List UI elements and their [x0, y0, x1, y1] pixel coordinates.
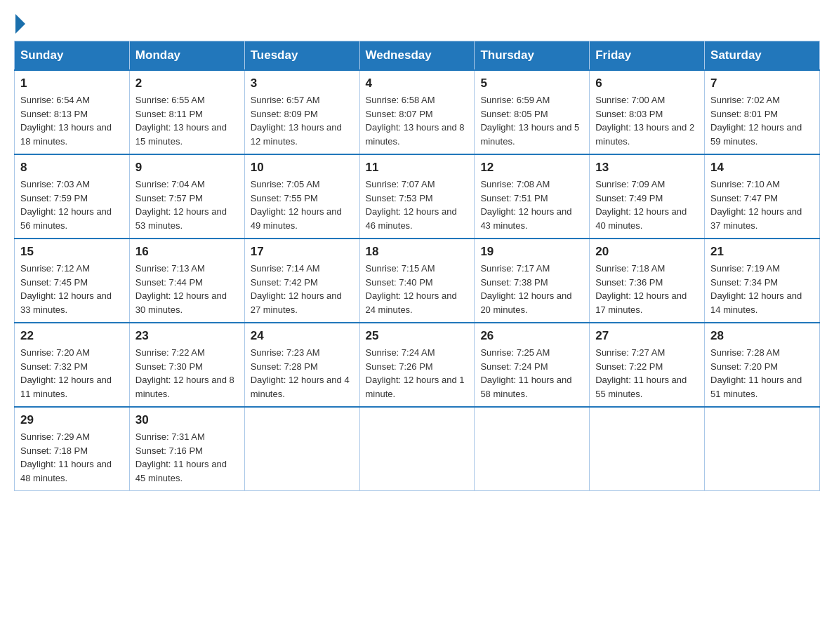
day-info: Sunrise: 7:17 AMSunset: 7:38 PMDaylight:…	[480, 262, 583, 316]
day-number: 8	[20, 161, 124, 175]
day-info: Sunrise: 6:58 AMSunset: 8:07 PMDaylight:…	[366, 93, 469, 148]
day-number: 19	[480, 245, 583, 259]
day-number: 24	[251, 329, 354, 343]
day-info: Sunrise: 7:00 AMSunset: 8:03 PMDaylight:…	[595, 93, 699, 148]
logo	[14, 14, 27, 34]
day-info: Sunrise: 7:08 AMSunset: 7:51 PMDaylight:…	[480, 177, 583, 232]
day-info: Sunrise: 7:29 AMSunset: 7:18 PMDaylight:…	[20, 430, 124, 485]
week-row-2: 8Sunrise: 7:03 AMSunset: 7:59 PMDaylight…	[15, 154, 820, 239]
day-number: 25	[366, 329, 469, 343]
day-info: Sunrise: 7:24 AMSunset: 7:26 PMDaylight:…	[366, 346, 469, 401]
calendar-cell: 9Sunrise: 7:04 AMSunset: 7:57 PMDaylight…	[129, 154, 244, 239]
calendar-cell: 5Sunrise: 6:59 AMSunset: 8:05 PMDaylight…	[475, 70, 590, 154]
week-row-4: 22Sunrise: 7:20 AMSunset: 7:32 PMDayligh…	[15, 323, 820, 407]
day-info: Sunrise: 6:59 AMSunset: 8:05 PMDaylight:…	[480, 93, 583, 148]
day-info: Sunrise: 7:03 AMSunset: 7:59 PMDaylight:…	[20, 177, 124, 232]
weekday-header-monday: Monday	[129, 41, 244, 71]
day-info: Sunrise: 6:55 AMSunset: 8:11 PMDaylight:…	[135, 93, 239, 148]
calendar-cell: 1Sunrise: 6:54 AMSunset: 8:13 PMDaylight…	[15, 70, 130, 154]
weekday-header-thursday: Thursday	[475, 41, 590, 71]
weekday-header-tuesday: Tuesday	[244, 41, 359, 71]
calendar-cell: 20Sunrise: 7:18 AMSunset: 7:36 PMDayligh…	[590, 239, 705, 323]
calendar-cell: 4Sunrise: 6:58 AMSunset: 8:07 PMDaylight…	[359, 70, 475, 154]
day-number: 12	[480, 161, 583, 175]
day-number: 22	[20, 329, 124, 343]
calendar-cell: 25Sunrise: 7:24 AMSunset: 7:26 PMDayligh…	[359, 323, 475, 407]
day-info: Sunrise: 7:25 AMSunset: 7:24 PMDaylight:…	[480, 346, 583, 401]
day-number: 6	[595, 76, 699, 90]
calendar-cell: 11Sunrise: 7:07 AMSunset: 7:53 PMDayligh…	[359, 154, 475, 239]
day-number: 2	[135, 76, 239, 90]
calendar-cell: 15Sunrise: 7:12 AMSunset: 7:45 PMDayligh…	[15, 239, 130, 323]
day-number: 3	[251, 76, 354, 90]
day-number: 20	[595, 245, 699, 259]
calendar-cell: 16Sunrise: 7:13 AMSunset: 7:44 PMDayligh…	[129, 239, 244, 323]
week-row-5: 29Sunrise: 7:29 AMSunset: 7:18 PMDayligh…	[15, 407, 820, 491]
week-row-1: 1Sunrise: 6:54 AMSunset: 8:13 PMDaylight…	[15, 70, 820, 154]
weekday-header-row: SundayMondayTuesdayWednesdayThursdayFrid…	[15, 41, 820, 71]
weekday-header-sunday: Sunday	[15, 41, 130, 71]
day-info: Sunrise: 7:12 AMSunset: 7:45 PMDaylight:…	[20, 262, 124, 316]
day-info: Sunrise: 7:10 AMSunset: 7:47 PMDaylight:…	[710, 177, 814, 232]
page-header	[14, 14, 820, 34]
calendar-cell: 23Sunrise: 7:22 AMSunset: 7:30 PMDayligh…	[129, 323, 244, 407]
day-info: Sunrise: 7:31 AMSunset: 7:16 PMDaylight:…	[135, 430, 239, 485]
day-info: Sunrise: 7:07 AMSunset: 7:53 PMDaylight:…	[366, 177, 469, 232]
calendar-cell: 13Sunrise: 7:09 AMSunset: 7:49 PMDayligh…	[590, 154, 705, 239]
day-number: 28	[710, 329, 814, 343]
logo-arrow-icon	[15, 14, 25, 34]
day-number: 23	[135, 329, 239, 343]
day-number: 9	[135, 161, 239, 175]
calendar-cell	[244, 407, 359, 491]
calendar-cell	[705, 407, 820, 491]
calendar-cell	[590, 407, 705, 491]
calendar-cell: 10Sunrise: 7:05 AMSunset: 7:55 PMDayligh…	[244, 154, 359, 239]
day-number: 26	[480, 329, 583, 343]
day-info: Sunrise: 7:19 AMSunset: 7:34 PMDaylight:…	[710, 262, 814, 316]
day-info: Sunrise: 7:18 AMSunset: 7:36 PMDaylight:…	[595, 262, 699, 316]
calendar-cell: 21Sunrise: 7:19 AMSunset: 7:34 PMDayligh…	[705, 239, 820, 323]
day-number: 10	[251, 161, 354, 175]
day-number: 14	[710, 161, 814, 175]
day-number: 21	[710, 245, 814, 259]
day-info: Sunrise: 7:27 AMSunset: 7:22 PMDaylight:…	[595, 346, 699, 401]
week-row-3: 15Sunrise: 7:12 AMSunset: 7:45 PMDayligh…	[15, 239, 820, 323]
calendar-cell: 28Sunrise: 7:28 AMSunset: 7:20 PMDayligh…	[705, 323, 820, 407]
calendar-cell: 8Sunrise: 7:03 AMSunset: 7:59 PMDaylight…	[15, 154, 130, 239]
day-info: Sunrise: 7:02 AMSunset: 8:01 PMDaylight:…	[710, 93, 814, 148]
calendar-cell: 3Sunrise: 6:57 AMSunset: 8:09 PMDaylight…	[244, 70, 359, 154]
day-info: Sunrise: 7:04 AMSunset: 7:57 PMDaylight:…	[135, 177, 239, 232]
calendar-table: SundayMondayTuesdayWednesdayThursdayFrid…	[14, 41, 820, 491]
calendar-cell: 14Sunrise: 7:10 AMSunset: 7:47 PMDayligh…	[705, 154, 820, 239]
day-number: 11	[366, 161, 469, 175]
day-info: Sunrise: 6:54 AMSunset: 8:13 PMDaylight:…	[20, 93, 124, 148]
day-number: 17	[251, 245, 354, 259]
day-number: 4	[366, 76, 469, 90]
calendar-cell: 27Sunrise: 7:27 AMSunset: 7:22 PMDayligh…	[590, 323, 705, 407]
day-number: 18	[366, 245, 469, 259]
day-info: Sunrise: 7:05 AMSunset: 7:55 PMDaylight:…	[251, 177, 354, 232]
day-info: Sunrise: 6:57 AMSunset: 8:09 PMDaylight:…	[251, 93, 354, 148]
weekday-header-saturday: Saturday	[705, 41, 820, 71]
day-info: Sunrise: 7:13 AMSunset: 7:44 PMDaylight:…	[135, 262, 239, 316]
calendar-cell: 24Sunrise: 7:23 AMSunset: 7:28 PMDayligh…	[244, 323, 359, 407]
day-info: Sunrise: 7:20 AMSunset: 7:32 PMDaylight:…	[20, 346, 124, 401]
calendar-cell: 12Sunrise: 7:08 AMSunset: 7:51 PMDayligh…	[475, 154, 590, 239]
calendar-cell: 29Sunrise: 7:29 AMSunset: 7:18 PMDayligh…	[15, 407, 130, 491]
calendar-cell	[359, 407, 475, 491]
day-info: Sunrise: 7:23 AMSunset: 7:28 PMDaylight:…	[251, 346, 354, 401]
calendar-cell	[475, 407, 590, 491]
calendar-cell: 18Sunrise: 7:15 AMSunset: 7:40 PMDayligh…	[359, 239, 475, 323]
day-number: 1	[20, 76, 124, 90]
calendar-cell: 6Sunrise: 7:00 AMSunset: 8:03 PMDaylight…	[590, 70, 705, 154]
day-number: 15	[20, 245, 124, 259]
day-number: 30	[135, 413, 239, 427]
weekday-header-friday: Friday	[590, 41, 705, 71]
day-number: 27	[595, 329, 699, 343]
day-number: 7	[710, 76, 814, 90]
calendar-cell: 22Sunrise: 7:20 AMSunset: 7:32 PMDayligh…	[15, 323, 130, 407]
day-number: 13	[595, 161, 699, 175]
day-info: Sunrise: 7:15 AMSunset: 7:40 PMDaylight:…	[366, 262, 469, 316]
day-info: Sunrise: 7:09 AMSunset: 7:49 PMDaylight:…	[595, 177, 699, 232]
day-info: Sunrise: 7:28 AMSunset: 7:20 PMDaylight:…	[710, 346, 814, 401]
